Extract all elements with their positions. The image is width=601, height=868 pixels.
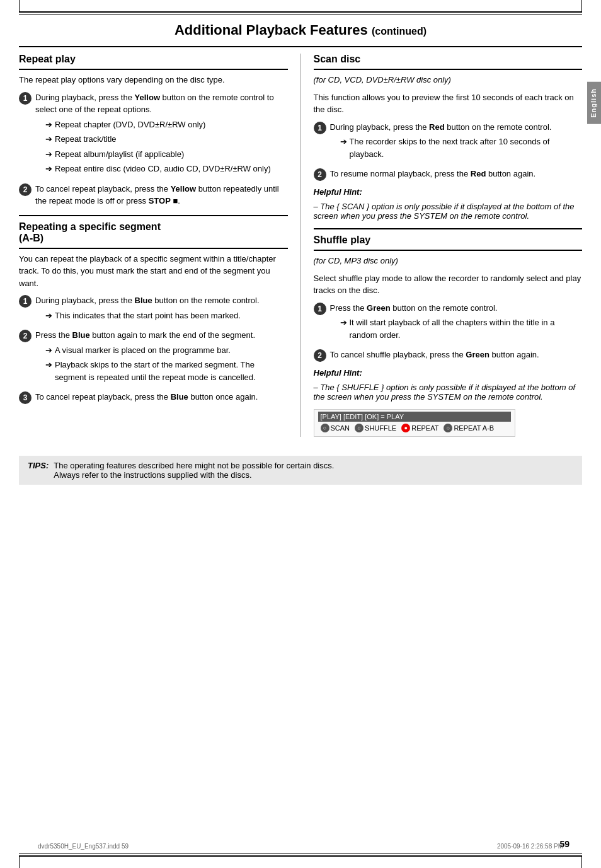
segment-step2-num: 2 [19, 330, 31, 342]
shuffle-step1-rest: button on the remote control. [391, 303, 498, 313]
shuffle-intro-main: Select shuffle play mode to allow the re… [314, 272, 583, 297]
repeating-segment-header1: Repeating a specific segment [19, 221, 161, 232]
shuffle-step1-pre: Press the [330, 303, 367, 313]
repeat-step1-arrow4-text: Repeat entire disc (video CD, audio CD, … [55, 163, 271, 175]
shuffle-hint-text: – The { SHUFFLE } option is only possibl… [314, 383, 583, 402]
arrow-icon-7: ➔ [45, 359, 52, 371]
status-bar: [PLAY] [EDIT] [OK] = PLAY ○ SCAN ○ SHUFF… [314, 409, 515, 437]
scan-hint-title: Helpful Hint: [314, 187, 583, 197]
side-mark-bottom-right [581, 855, 582, 868]
arrow-icon-1: ➔ [45, 119, 52, 131]
footer-date: 2005-09-16 2:26:58 PM [497, 843, 563, 850]
segment-step2-arrow1-text: A visual marker is placed on the program… [55, 344, 231, 357]
segment-step3-content: To cancel repeat playback, press the Blu… [35, 391, 288, 403]
arrow-icon-8: ➔ [340, 136, 347, 148]
shuffle-step2-num: 2 [314, 349, 326, 362]
scan-disc-italic: (for CD, VCD, DVD±R/±RW disc only) [314, 75, 451, 84]
repeat-ab-icon: ○ [444, 424, 452, 432]
shuffle-step2-pre: To cancel shuffle playback, press the [330, 350, 466, 359]
segment-step2-arrow2-text: Playback skips to the start of the marke… [55, 359, 288, 383]
repeat-step1-arrow4: ➔ Repeat entire disc (video CD, audio CD… [45, 163, 288, 175]
right-col-top: Scan disc (for CD, VCD, DVD±R/±RW disc o… [301, 54, 583, 437]
scan-step2: 2 To resume normal playback, press the R… [314, 168, 583, 181]
segment-step1-num: 1 [19, 295, 31, 308]
scan-step2-pre: To resume normal playback, press the [330, 169, 471, 178]
shuffle-step2-content: To cancel shuffle playback, press the Gr… [330, 349, 583, 361]
page-title: Additional Playback Features (continued) [0, 0, 601, 46]
tips-line2: Always refer to the instructions supplie… [54, 470, 251, 480]
top-border-outer [19, 11, 582, 13]
repeat-play-section: Repeat play The repeat play options vary… [19, 54, 288, 207]
shuffle-italic: (for CD, MP3 disc only) [314, 256, 398, 265]
status-repeat-label: REPEAT [411, 424, 438, 432]
page-wrapper: English Additional Playback Features (co… [0, 0, 601, 868]
two-col-top: Repeat play The repeat play options vary… [19, 54, 582, 437]
scan-step1-bold: Red [429, 122, 445, 132]
scan-step1-arrow: ➔ The recorder skips to the next track a… [340, 136, 583, 160]
shuffle-play-header: Shuffle play [314, 234, 583, 251]
status-bar-top: [PLAY] [EDIT] [OK] = PLAY [318, 412, 511, 422]
tips-label: TIPS: [28, 461, 49, 470]
repeat-step2-bold: Yellow [171, 184, 196, 194]
shuffle-step2-rest: button again. [489, 350, 539, 359]
repeat-step1-arrow3: ➔ Repeat album/playlist (if applicable) [45, 148, 288, 161]
status-shuffle-label: SHUFFLE [365, 424, 396, 432]
scan-step2-num: 2 [314, 168, 326, 181]
segment-step2-pre: Press the [35, 330, 72, 340]
repeat-play-header: Repeat play [19, 54, 288, 70]
repeat-step1-pre: During playback, press the [35, 93, 135, 102]
arrow-icon-9: ➔ [340, 316, 347, 329]
segment-step3-rest: button once again. [188, 392, 258, 402]
segment-step3-bold: Blue [171, 392, 188, 402]
scan-step1-arrow-text: The recorder skips to the next track aft… [350, 136, 583, 160]
segment-step1-bold: Blue [135, 296, 152, 305]
repeat-play-intro: The repeat play options vary depending o… [19, 74, 288, 86]
segment-step3-num: 3 [19, 391, 31, 404]
bottom-border-outer [19, 855, 582, 857]
side-mark-top-right [581, 0, 582, 13]
status-bar-top-text: [PLAY] [EDIT] [OK] = PLAY [321, 413, 404, 420]
repeat-step1-num: 1 [19, 92, 31, 105]
scan-disc-intro-main: This function allows you to preview the … [314, 91, 583, 116]
tips-line1: The operating features described here mi… [54, 461, 334, 470]
arrow-icon-3: ➔ [45, 148, 52, 161]
page-title-text: Additional Playback Features [175, 22, 368, 38]
arrow-icon-4: ➔ [45, 163, 52, 175]
scan-hint-text: – The { SCAN } option is only possible i… [314, 202, 583, 221]
status-bar-bottom: ○ SCAN ○ SHUFFLE ● REPEAT ○ REPEAT A-B [318, 422, 511, 434]
repeat-step1-arrow3-text: Repeat album/playlist (if applicable) [55, 148, 184, 161]
repeat-step2-end: . [178, 196, 180, 205]
scan-step1-num: 1 [314, 122, 326, 134]
shuffle-step1-arrow: ➔ It will start playback of all the chap… [340, 316, 583, 341]
repeat-step2-pre: To cancel repeat playback, press the [35, 184, 171, 194]
repeat-step1-arrow1: ➔ Repeat chapter (DVD, DVD±R/±RW only) [45, 119, 288, 131]
scan-disc-intro-italic: (for CD, VCD, DVD±R/±RW disc only) [314, 74, 583, 86]
tips-content: The operating features described here mi… [54, 461, 334, 480]
segment-step1-rest: button on the remote control. [152, 296, 260, 305]
repeat-step1-bold: Yellow [135, 93, 160, 102]
scan-hint: Helpful Hint: – The { SCAN } option is o… [314, 187, 583, 221]
scan-disc-section: Scan disc (for CD, VCD, DVD±R/±RW disc o… [314, 54, 583, 221]
side-mark-bottom-left [19, 855, 20, 868]
repeat-step1-arrow2-text: Repeat track/title [55, 133, 117, 146]
repeating-segment-section: Repeating a specific segment (A-B) You c… [19, 221, 288, 405]
shuffle-step2-bold: Green [466, 350, 489, 359]
content-area: Repeat play The repeat play options vary… [19, 47, 582, 491]
shuffle-step1: 1 Press the Green button on the remote c… [314, 302, 583, 344]
arrow-icon-6: ➔ [45, 344, 52, 357]
segment-step2-bold: Blue [72, 330, 90, 340]
footer: dvdr5350H_EU_Eng537.indd 59 2005-09-16 2… [19, 840, 582, 852]
bottom-border-inner [19, 854, 582, 854]
repeating-segment-intro: You can repeat the playback of a specifi… [19, 253, 288, 290]
scan-step2-bold: Red [471, 169, 486, 178]
repeat-step2-num: 2 [19, 183, 31, 196]
shuffle-hint: Helpful Hint: – The { SHUFFLE } option i… [314, 368, 583, 402]
shuffle-icon: ○ [355, 424, 363, 432]
tips-section: TIPS: The operating features described h… [19, 456, 582, 485]
footer-filename: dvdr5350H_EU_Eng537.indd 59 [38, 843, 129, 850]
shuffle-play-section: Shuffle play (for CD, MP3 disc only) Sel… [314, 234, 583, 437]
repeating-segment-header: Repeating a specific segment (A-B) [19, 221, 288, 249]
repeat-step1-arrow2: ➔ Repeat track/title [45, 133, 288, 146]
segment-step2-content: Press the Blue button again to mark the … [35, 329, 288, 386]
segment-step3: 3 To cancel repeat playback, press the B… [19, 391, 288, 404]
